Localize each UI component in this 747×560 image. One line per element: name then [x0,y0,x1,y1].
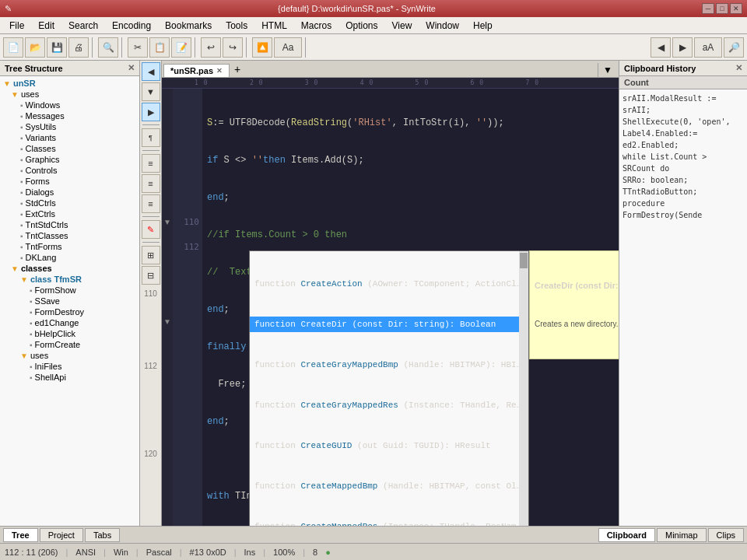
paste-button[interactable]: 📝 [171,37,191,58]
fold-marker-15[interactable] [162,266,173,278]
minimize-button[interactable]: ─ [702,3,714,14]
mid-btn-1[interactable]: ◀ [142,62,160,81]
menu-view[interactable]: View [386,19,419,33]
tree-item-messages[interactable]: ▪ Messages [2,110,138,121]
mid-btn-9[interactable]: ⊟ [142,266,160,285]
tree-item-formdestroy[interactable]: ▪ FormDestroy [2,306,138,317]
tree-item-shellapi[interactable]: ▪ ShellApi [2,372,138,383]
tree-item-ssave[interactable]: ▪ SSave [2,296,138,306]
fold-marker-20[interactable] [162,328,173,341]
tab-close-unsrpas[interactable]: ✕ [216,67,223,75]
fold-marker-9[interactable] [162,191,173,204]
find-button[interactable]: 🔍 [98,37,118,58]
ac-item-createguid[interactable]: function CreateGUID (out Guid: TGUID): H… [250,438,528,453]
fold-marker-8[interactable] [162,179,173,191]
tree-item-stdctrls[interactable]: ▪ StdCtrls [2,198,138,208]
tree-item-tntclasses[interactable]: ▪ TntClasses [2,230,138,241]
tree-item-formshow[interactable]: ▪ FormShow [2,285,138,296]
tree-item-variants[interactable]: ▪ Variants [2,132,138,143]
mid-btn-7[interactable]: ✎ [142,220,160,239]
tree-item-tfmsr[interactable]: ▼ class TfmSR [2,274,138,285]
tree-item-formcreate[interactable]: ▪ FormCreate [2,339,138,350]
ac-scrollbar-thumb[interactable] [520,253,528,268]
case-toggle-button[interactable]: aA [694,37,722,58]
fold-marker-2[interactable] [162,104,173,117]
tree-item-unsr[interactable]: ▼ unSR [2,78,138,89]
mid-btn-2[interactable]: ▼ [142,82,160,101]
fold-marker-17[interactable] [162,291,173,303]
fold-marker-10[interactable] [162,204,173,216]
mid-btn-8[interactable]: ⊞ [142,246,160,264]
fold-marker-6[interactable] [162,154,173,166]
tab-unsrpas[interactable]: *unSR.pas ✕ [163,64,230,77]
cut-button[interactable]: ✂ [128,37,148,58]
case-button[interactable]: Aa [274,37,302,58]
undo-button[interactable]: ↩ [201,37,221,58]
fold-marker-3[interactable] [162,117,173,129]
menu-tools[interactable]: Tools [219,19,254,33]
titlebar-controls[interactable]: ─ □ ✕ [702,3,742,14]
autocomplete-dropdown[interactable]: function CreateAction (AOwner: TComponen… [249,250,529,526]
menu-macros[interactable]: Macros [295,19,338,33]
close-button[interactable]: ✕ [730,3,742,14]
tree-item-extctrls[interactable]: ▪ ExtCtrls [2,208,138,219]
fold-marker-11[interactable]: ▼ [162,216,173,229]
nav-up-button[interactable]: 🔼 [252,37,272,58]
ac-item-creategraymappedbmp[interactable]: function CreateGrayMappedBmp (Handle: HB… [250,357,528,373]
tree-close-button[interactable]: ✕ [128,63,135,73]
mid-btn-4[interactable]: ≡ [142,154,160,173]
code-area[interactable]: S:= UTF8Decode(ReadString('RHist', IntTo… [202,89,619,526]
mid-btn-format[interactable]: ¶ [142,128,160,147]
save-file-button[interactable]: 💾 [47,37,67,58]
ac-item-createmappedres[interactable]: function CreateMappedRes (Instance: THan… [250,519,528,526]
menu-encoding[interactable]: Encoding [106,19,157,33]
menu-window[interactable]: Window [419,19,465,33]
menu-edit[interactable]: Edit [32,19,61,33]
tree-item-sysutils[interactable]: ▪ SysUtils [2,121,138,132]
nav-prev-button[interactable]: ◀ [651,37,671,58]
tab-minimap[interactable]: Minimap [657,528,707,542]
copy-button[interactable]: 📋 [149,37,170,58]
clipboard-close-button[interactable]: ✕ [735,63,742,73]
fold-marker-16[interactable] [162,278,173,291]
fold-marker-13[interactable] [162,241,173,254]
tab-tabs[interactable]: Tabs [85,528,120,542]
tree-item-ed1change[interactable]: ▪ ed1Change [2,317,138,328]
tree-item-graphics[interactable]: ▪ Graphics [2,154,138,165]
open-file-button[interactable]: 📂 [25,37,45,58]
nav-next-button[interactable]: ▶ [672,37,693,58]
tree-item-inifiles[interactable]: ▪ IniFiles [2,361,138,372]
menu-html[interactable]: HTML [255,19,293,33]
fold-marker-18[interactable] [162,303,173,316]
mid-btn-6[interactable]: ≡ [142,194,160,213]
tree-item-dialogs[interactable]: ▪ Dialogs [2,187,138,198]
tree-item-tntforms[interactable]: ▪ TntForms [2,241,138,252]
tab-dropdown-button[interactable]: ▼ [598,63,617,77]
tree-item-uses1[interactable]: ▼ uses [2,89,138,100]
maximize-button[interactable]: □ [716,3,728,14]
fold-marker-7[interactable] [162,166,173,179]
ac-item-createdir[interactable]: function CreateDir (const Dir: string): … [250,317,528,332]
menu-bookmarks[interactable]: Bookmarks [159,19,218,33]
fold-marker-14[interactable] [162,254,173,266]
fold-marker-12[interactable] [162,229,173,241]
tree-item-uses2[interactable]: ▼ uses [2,350,138,361]
tab-add-button[interactable]: + [230,61,245,77]
ac-item-createmappedbmp[interactable]: function CreateMappedBmp (Handle: HBITMA… [250,478,528,494]
tree-item-bhelpclick[interactable]: ▪ bHelpClick [2,328,138,339]
fold-marker-19[interactable]: ▼ [162,316,173,328]
mid-btn-3[interactable]: ▶ [142,103,160,121]
redo-button[interactable]: ↪ [223,37,243,58]
tree-item-tntstdctrls[interactable]: ▪ TntStdCtrls [2,219,138,230]
new-file-button[interactable]: 📄 [3,37,23,58]
tree-item-dklang[interactable]: ▪ DKLang [2,252,138,263]
fold-marker-5[interactable] [162,142,173,154]
tab-clipboard[interactable]: Clipboard [598,528,655,542]
tree-item-classes-group[interactable]: ▼ classes [2,263,138,274]
menu-options[interactable]: Options [339,19,384,33]
ac-item-createaction[interactable]: function CreateAction (AOwner: TComponen… [250,276,528,292]
tree-item-controls[interactable]: ▪ Controls [2,165,138,176]
menu-help[interactable]: Help [467,19,499,33]
ac-item-creategraymappedres[interactable]: function CreateGrayMappedRes (Instance: … [250,397,528,413]
print-button[interactable]: 🖨 [68,37,89,58]
